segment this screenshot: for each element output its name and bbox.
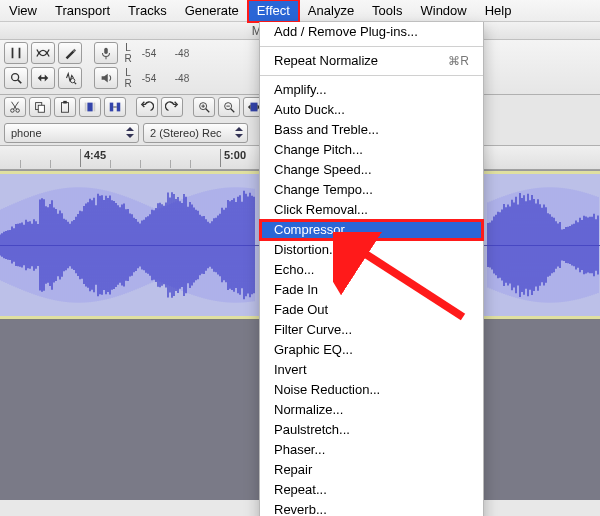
timeline-tick-major: 5:00 bbox=[220, 149, 221, 167]
meter-db-tick: -54 bbox=[134, 73, 164, 84]
menu-help[interactable]: Help bbox=[476, 0, 521, 22]
multi-tool-button[interactable] bbox=[58, 67, 82, 89]
menu-item-paulstretch[interactable]: Paulstretch... bbox=[260, 420, 483, 440]
menu-item-label: Invert bbox=[274, 360, 307, 380]
menubar: ViewTransportTracksGenerateEffectAnalyze… bbox=[0, 0, 600, 22]
copy-button[interactable] bbox=[29, 97, 51, 117]
menu-item-label: Bass and Treble... bbox=[274, 120, 379, 140]
timeshift-tool-button[interactable] bbox=[31, 67, 55, 89]
menu-item-change-pitch[interactable]: Change Pitch... bbox=[260, 140, 483, 160]
effect-menu-dropdown: Add / Remove Plug-ins...Repeat Normalize… bbox=[259, 22, 484, 516]
timeline-tick-minor bbox=[190, 160, 191, 168]
timeline-tick-minor bbox=[110, 160, 111, 168]
menu-item-change-speed[interactable]: Change Speed... bbox=[260, 160, 483, 180]
redo-button[interactable] bbox=[161, 97, 183, 117]
paste-button[interactable] bbox=[54, 97, 76, 117]
record-channels-select[interactable]: 2 (Stereo) Rec bbox=[143, 123, 248, 143]
svg-rect-16 bbox=[63, 101, 67, 104]
menu-item-label: Change Speed... bbox=[274, 160, 372, 180]
svg-line-5 bbox=[18, 80, 22, 84]
menu-item-noise-reduction[interactable]: Noise Reduction... bbox=[260, 380, 483, 400]
timeline-tick-major: 4:45 bbox=[80, 149, 81, 167]
silence-button[interactable] bbox=[104, 97, 126, 117]
menu-item-label: Graphic EQ... bbox=[274, 340, 353, 360]
menu-item-label: Add / Remove Plug-ins... bbox=[274, 22, 418, 42]
menu-item-amplify[interactable]: Amplify... bbox=[260, 80, 483, 100]
menu-item-label: Compressor... bbox=[274, 220, 355, 240]
timeline-tick-minor bbox=[20, 160, 21, 168]
svg-rect-1 bbox=[19, 48, 21, 59]
menu-item-invert[interactable]: Invert bbox=[260, 360, 483, 380]
timeline-tick-minor bbox=[140, 160, 141, 168]
svg-rect-20 bbox=[110, 103, 114, 112]
menu-item-repeat-normalize[interactable]: Repeat Normalize⌘R bbox=[260, 51, 483, 71]
menu-item-label: Echo... bbox=[274, 260, 314, 280]
zoom-in-button[interactable] bbox=[193, 97, 215, 117]
svg-rect-19 bbox=[94, 103, 96, 112]
menu-item-normalize[interactable]: Normalize... bbox=[260, 400, 483, 420]
svg-line-28 bbox=[231, 109, 235, 113]
menu-item-label: Amplify... bbox=[274, 80, 327, 100]
menu-item-label: Distortion... bbox=[274, 240, 340, 260]
cut-button[interactable] bbox=[4, 97, 26, 117]
svg-point-7 bbox=[70, 78, 74, 82]
menu-item-distortion[interactable]: Distortion... bbox=[260, 240, 483, 260]
menu-item-add-remove-plug-ins[interactable]: Add / Remove Plug-ins... bbox=[260, 22, 483, 42]
output-device-select[interactable]: phone bbox=[4, 123, 139, 143]
menu-item-compressor[interactable]: Compressor... bbox=[260, 220, 483, 240]
svg-rect-0 bbox=[12, 48, 14, 59]
svg-rect-21 bbox=[117, 103, 121, 112]
menu-effect[interactable]: Effect bbox=[248, 0, 299, 22]
menu-item-bass-and-treble[interactable]: Bass and Treble... bbox=[260, 120, 483, 140]
chevron-updown-icon bbox=[125, 128, 135, 138]
menu-item-label: Click Removal... bbox=[274, 200, 368, 220]
zoom-out-button[interactable] bbox=[218, 97, 240, 117]
menu-item-click-removal[interactable]: Click Removal... bbox=[260, 200, 483, 220]
zoom-tool-button[interactable] bbox=[4, 67, 28, 89]
menu-item-label: Auto Duck... bbox=[274, 100, 345, 120]
menu-item-echo[interactable]: Echo... bbox=[260, 260, 483, 280]
draw-tool-button[interactable] bbox=[58, 42, 82, 64]
menu-tracks[interactable]: Tracks bbox=[119, 0, 176, 22]
menu-item-change-tempo[interactable]: Change Tempo... bbox=[260, 180, 483, 200]
trim-button[interactable] bbox=[79, 97, 101, 117]
meter-db-tick: -48 bbox=[167, 73, 197, 84]
menu-view[interactable]: View bbox=[0, 0, 46, 22]
playback-meter-speaker-icon[interactable] bbox=[94, 67, 118, 89]
meter-db-tick: -48 bbox=[167, 48, 197, 59]
menu-item-graphic-eq[interactable]: Graphic EQ... bbox=[260, 340, 483, 360]
svg-rect-30 bbox=[251, 103, 258, 112]
timeline-tick-label: 5:00 bbox=[224, 149, 246, 161]
menu-item-label: Noise Reduction... bbox=[274, 380, 380, 400]
menu-item-repair[interactable]: Repair bbox=[260, 460, 483, 480]
svg-line-24 bbox=[206, 109, 210, 113]
menu-item-reverb[interactable]: Reverb... bbox=[260, 500, 483, 516]
envelope-tool-button[interactable] bbox=[31, 42, 55, 64]
timeline-tick-minor bbox=[170, 160, 171, 168]
menu-window[interactable]: Window bbox=[411, 0, 475, 22]
undo-button[interactable] bbox=[136, 97, 158, 117]
output-device-value: phone bbox=[11, 127, 42, 139]
menu-item-repeat[interactable]: Repeat... bbox=[260, 480, 483, 500]
menu-item-fade-in[interactable]: Fade In bbox=[260, 280, 483, 300]
menu-item-shortcut: ⌘R bbox=[448, 51, 469, 71]
menu-generate[interactable]: Generate bbox=[176, 0, 248, 22]
menu-item-phaser[interactable]: Phaser... bbox=[260, 440, 483, 460]
menu-transport[interactable]: Transport bbox=[46, 0, 119, 22]
menu-item-fade-out[interactable]: Fade Out bbox=[260, 300, 483, 320]
record-channels-value: 2 (Stereo) Rec bbox=[150, 127, 222, 139]
record-meter-mic-icon[interactable] bbox=[94, 42, 118, 64]
svg-rect-18 bbox=[85, 103, 87, 112]
menu-tools[interactable]: Tools bbox=[363, 0, 411, 22]
menu-analyze[interactable]: Analyze bbox=[299, 0, 363, 22]
menu-item-filter-curve[interactable]: Filter Curve... bbox=[260, 320, 483, 340]
menu-item-label: Paulstretch... bbox=[274, 420, 350, 440]
menu-item-label: Fade In bbox=[274, 280, 318, 300]
svg-rect-17 bbox=[87, 103, 92, 112]
menu-item-label: Repeat... bbox=[274, 480, 327, 500]
selection-tool-button[interactable] bbox=[4, 42, 28, 64]
chevron-updown-icon bbox=[234, 128, 244, 138]
menu-item-label: Reverb... bbox=[274, 500, 327, 516]
svg-line-8 bbox=[74, 82, 76, 84]
menu-item-auto-duck[interactable]: Auto Duck... bbox=[260, 100, 483, 120]
